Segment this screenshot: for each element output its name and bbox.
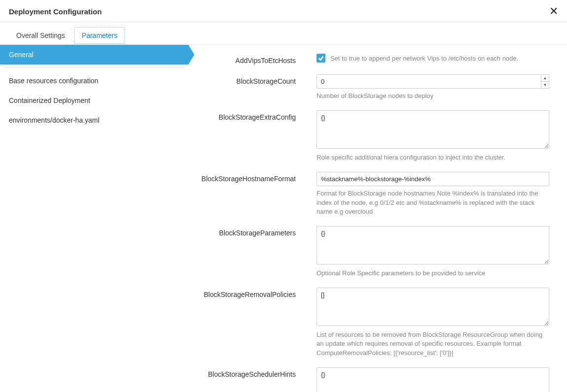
- modal-title: Deployment Configuration: [9, 7, 102, 16]
- sidebar: General Base resources configuration Con…: [0, 45, 188, 392]
- input-block-storage-count[interactable]: [317, 74, 541, 89]
- help-block-storage-parameters: Optional Role Specific parameters to be …: [317, 269, 549, 278]
- field-block-storage-scheduler-hints: BlockStorageSchedulerHints Optional sche…: [188, 367, 558, 392]
- check-icon: [318, 55, 324, 62]
- tab-overall-settings[interactable]: Overall Settings: [9, 27, 72, 44]
- textarea-block-storage-extra-config[interactable]: [317, 110, 549, 149]
- label-block-storage-removal-policies: BlockStorageRemovalPolicies: [188, 288, 317, 298]
- field-block-storage-count: BlockStorageCount ▲ ▼ Number of BlockSto…: [188, 74, 558, 100]
- sidebar-item-containerized[interactable]: Containerized Deployment: [0, 91, 188, 110]
- close-icon[interactable]: ✕: [549, 6, 558, 17]
- field-add-vips: AddVipsToEtcHosts Set to true to append …: [188, 54, 558, 65]
- field-block-storage-parameters: BlockStorageParameters Optional Role Spe…: [188, 226, 558, 278]
- help-block-storage-count: Number of BlockStorage nodes to deploy: [317, 92, 549, 100]
- textarea-block-storage-parameters[interactable]: [317, 226, 549, 264]
- sidebar-item-base-resources[interactable]: Base resources configuration: [0, 71, 188, 91]
- sidebar-item-docker-ha[interactable]: environments/docker-ha.yaml: [0, 110, 188, 130]
- label-block-storage-hostname-format: BlockStorageHostnameFormat: [188, 172, 317, 183]
- tabs: Overall Settings Parameters: [0, 22, 567, 44]
- help-block-storage-hostname-format: Format for BlockStorage node hostnames N…: [317, 189, 549, 216]
- tab-parameters[interactable]: Parameters: [74, 27, 125, 44]
- textarea-block-storage-scheduler-hints[interactable]: [317, 367, 549, 392]
- sidebar-item-general[interactable]: General: [0, 45, 188, 65]
- label-add-vips: AddVipsToEtcHosts: [188, 54, 317, 65]
- textarea-block-storage-removal-policies[interactable]: [317, 288, 549, 326]
- label-block-storage-parameters: BlockStorageParameters: [188, 226, 317, 237]
- label-block-storage-count: BlockStorageCount: [188, 74, 317, 85]
- input-block-storage-hostname-format[interactable]: [317, 172, 549, 186]
- sidebar-divider: [5, 67, 183, 68]
- field-block-storage-extra-config: BlockStorageExtraConfig Role specific ad…: [188, 110, 558, 162]
- label-block-storage-scheduler-hints: BlockStorageSchedulerHints: [188, 367, 317, 378]
- modal-header: Deployment Configuration ✕: [0, 0, 567, 22]
- form-area: AddVipsToEtcHosts Set to true to append …: [188, 45, 567, 392]
- field-block-storage-hostname-format: BlockStorageHostnameFormat Format for Bl…: [188, 172, 558, 216]
- help-add-vips: Set to true to append per network Vips t…: [330, 55, 518, 62]
- label-block-storage-extra-config: BlockStorageExtraConfig: [188, 110, 317, 121]
- modal-body: General Base resources configuration Con…: [0, 44, 567, 392]
- field-block-storage-removal-policies: BlockStorageRemovalPolicies List of reso…: [188, 288, 558, 358]
- spin-up-icon[interactable]: ▲: [541, 75, 549, 82]
- number-spinner: ▲ ▼: [541, 74, 549, 89]
- help-block-storage-removal-policies: List of resources to be removed from Blo…: [317, 330, 549, 358]
- spin-down-icon[interactable]: ▼: [541, 82, 549, 88]
- checkbox-add-vips[interactable]: [317, 54, 325, 63]
- help-block-storage-extra-config: Role specific additional hiera configura…: [317, 153, 549, 162]
